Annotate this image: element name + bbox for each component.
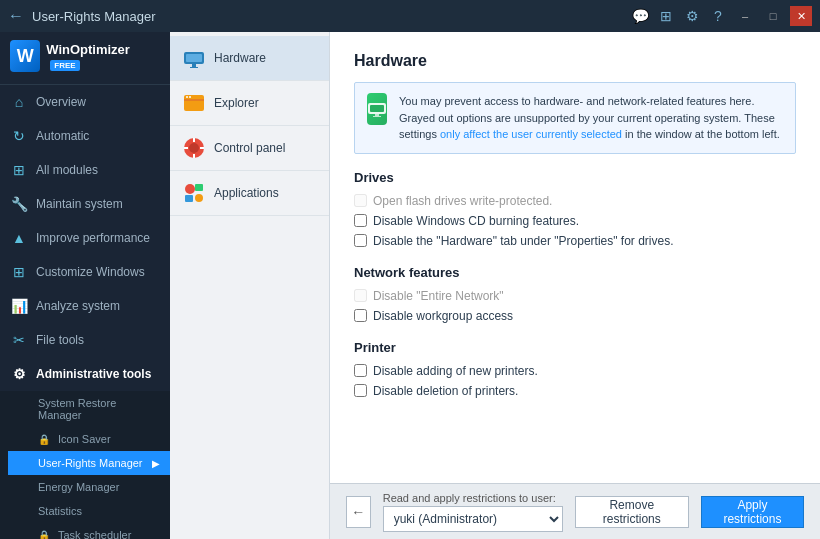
svg-rect-15 xyxy=(185,195,193,202)
sidebar-label-improve: Improve performance xyxy=(36,231,150,245)
sidebar-sub-statistics[interactable]: Statistics xyxy=(8,499,170,523)
checkbox-cd-burn-input[interactable] xyxy=(354,214,367,227)
sidebar-label-customize: Customize Windows xyxy=(36,265,145,279)
icon-saver-label: Icon Saver xyxy=(58,433,111,445)
svg-rect-13 xyxy=(200,147,204,149)
checkbox-entire-network-label: Disable "Entire Network" xyxy=(373,289,504,303)
sidebar-sub-task-scheduler[interactable]: 🔒 Task scheduler xyxy=(8,523,170,539)
sidebar-sub-user-rights[interactable]: User-Rights Manager ▶ xyxy=(8,451,170,475)
sidebar-item-analyze[interactable]: 📊 Analyze system xyxy=(0,289,170,323)
minimize-button[interactable]: – xyxy=(734,6,756,26)
remove-restrictions-button[interactable]: Remove restrictions xyxy=(575,496,689,528)
automatic-icon: ↻ xyxy=(10,127,28,145)
sidebar-label-filetools: File tools xyxy=(36,333,84,347)
svg-rect-20 xyxy=(375,114,379,116)
sidebar-sub-energy-manager[interactable]: Energy Manager xyxy=(8,475,170,499)
sidebar-item-customize[interactable]: ⊞ Customize Windows xyxy=(0,255,170,289)
info-box: You may prevent access to hardware- and … xyxy=(354,82,796,154)
drives-title: Drives xyxy=(354,170,796,185)
center-item-control-panel[interactable]: Control panel xyxy=(170,126,329,171)
sidebar-item-all-modules[interactable]: ⊞ All modules xyxy=(0,153,170,187)
printer-title: Printer xyxy=(354,340,796,355)
checkbox-flash-write-input[interactable] xyxy=(354,194,367,207)
sidebar-logo: W WinOptimizer FREE xyxy=(0,32,170,85)
svg-point-6 xyxy=(186,96,188,98)
center-label-explorer: Explorer xyxy=(214,96,259,110)
logo-icon: W xyxy=(10,40,40,72)
lock-icon-icon-saver: 🔒 xyxy=(38,434,50,445)
bottom-label: Read and apply restrictions to user: xyxy=(383,492,563,504)
explorer-icon xyxy=(182,91,206,115)
task-scheduler-label: Task scheduler xyxy=(58,529,131,539)
sidebar-item-admin[interactable]: ⚙ Administrative tools xyxy=(0,357,170,391)
center-item-applications[interactable]: Applications xyxy=(170,171,329,216)
center-panel: Hardware Explorer xyxy=(170,32,330,539)
center-label-hardware: Hardware xyxy=(214,51,266,65)
title-bar: ← User-Rights Manager 💬 ⊞ ⚙ ? – □ ✕ xyxy=(0,0,820,32)
admin-icon: ⚙ xyxy=(10,365,28,383)
checkbox-delete-printer-input[interactable] xyxy=(354,384,367,397)
logo-text: WinOptimizer FREE xyxy=(46,42,160,71)
svg-rect-21 xyxy=(373,116,381,117)
sidebar-label-maintain: Maintain system xyxy=(36,197,123,211)
user-select[interactable]: yuki (Administrator) Guest Administrator xyxy=(383,506,563,532)
checkbox-delete-printer-label: Disable deletion of printers. xyxy=(373,384,518,398)
apply-restrictions-button[interactable]: Apply restrictions xyxy=(701,496,804,528)
checkbox-add-printer-input[interactable] xyxy=(354,364,367,377)
sidebar-item-maintain[interactable]: 🔧 Maintain system xyxy=(0,187,170,221)
center-item-hardware[interactable]: Hardware xyxy=(170,36,329,81)
statistics-label: Statistics xyxy=(38,505,82,517)
center-label-applications: Applications xyxy=(214,186,279,200)
logo-badge: FREE xyxy=(50,60,79,71)
maximize-button[interactable]: □ xyxy=(762,6,784,26)
info-text: You may prevent access to hardware- and … xyxy=(399,93,783,143)
info-text-highlight: only affect the user currently selected xyxy=(440,128,622,140)
sidebar-label-analyze: Analyze system xyxy=(36,299,120,313)
settings-icon[interactable]: ⚙ xyxy=(682,8,702,24)
sidebar-item-automatic[interactable]: ↻ Automatic xyxy=(0,119,170,153)
filetools-icon: ✂ xyxy=(10,331,28,349)
checkbox-flash-write-label: Open flash drives write-protected. xyxy=(373,194,552,208)
checkbox-flash-write: Open flash drives write-protected. xyxy=(354,191,796,211)
checkbox-hw-tab: Disable the "Hardware" tab under "Proper… xyxy=(354,231,796,251)
svg-point-7 xyxy=(189,96,191,98)
energy-manager-label: Energy Manager xyxy=(38,481,119,493)
help-icon[interactable]: ? xyxy=(708,8,728,24)
right-panel: Hardware You may prevent access to hardw… xyxy=(330,32,820,539)
checkbox-hw-tab-input[interactable] xyxy=(354,234,367,247)
svg-rect-5 xyxy=(184,99,204,101)
bottom-back-button[interactable]: ← xyxy=(346,496,371,528)
center-item-explorer[interactable]: Explorer xyxy=(170,81,329,126)
bottom-text-area: Read and apply restrictions to user: yuk… xyxy=(383,492,563,532)
sidebar-item-improve[interactable]: ▲ Improve performance xyxy=(0,221,170,255)
sidebar-submenu: System Restore Manager 🔒 Icon Saver User… xyxy=(0,391,170,539)
sidebar-item-overview[interactable]: ⌂ Overview xyxy=(0,85,170,119)
info-hardware-icon xyxy=(367,93,387,125)
checkbox-add-printer: Disable adding of new printers. xyxy=(354,361,796,381)
close-button[interactable]: ✕ xyxy=(790,6,812,26)
center-label-control-panel: Control panel xyxy=(214,141,285,155)
sidebar: W WinOptimizer FREE ⌂ Overview ↻ Automat… xyxy=(0,32,170,539)
customize-icon: ⊞ xyxy=(10,263,28,281)
applications-icon xyxy=(182,181,206,205)
svg-point-17 xyxy=(195,194,203,202)
title-bar-back-button[interactable]: ← xyxy=(8,7,24,25)
checkbox-entire-network-input[interactable] xyxy=(354,289,367,302)
sidebar-sub-icon-saver[interactable]: 🔒 Icon Saver xyxy=(8,427,170,451)
svg-rect-3 xyxy=(190,67,198,68)
chat-icon[interactable]: 💬 xyxy=(630,8,650,24)
checkbox-cd-burn-label: Disable Windows CD burning features. xyxy=(373,214,579,228)
hardware-icon xyxy=(182,46,206,70)
grid-icon[interactable]: ⊞ xyxy=(656,8,676,24)
checkbox-add-printer-label: Disable adding of new printers. xyxy=(373,364,538,378)
section-title-hardware: Hardware xyxy=(354,52,796,70)
sidebar-item-filetools[interactable]: ✂ File tools xyxy=(0,323,170,357)
system-restore-label: System Restore Manager xyxy=(38,397,160,421)
checkbox-hw-tab-label: Disable the "Hardware" tab under "Proper… xyxy=(373,234,674,248)
network-title: Network features xyxy=(354,265,796,280)
checkbox-workgroup-input[interactable] xyxy=(354,309,367,322)
sidebar-label-modules: All modules xyxy=(36,163,98,177)
svg-rect-1 xyxy=(186,54,202,62)
sidebar-sub-system-restore[interactable]: System Restore Manager xyxy=(8,391,170,427)
svg-rect-2 xyxy=(192,64,196,67)
